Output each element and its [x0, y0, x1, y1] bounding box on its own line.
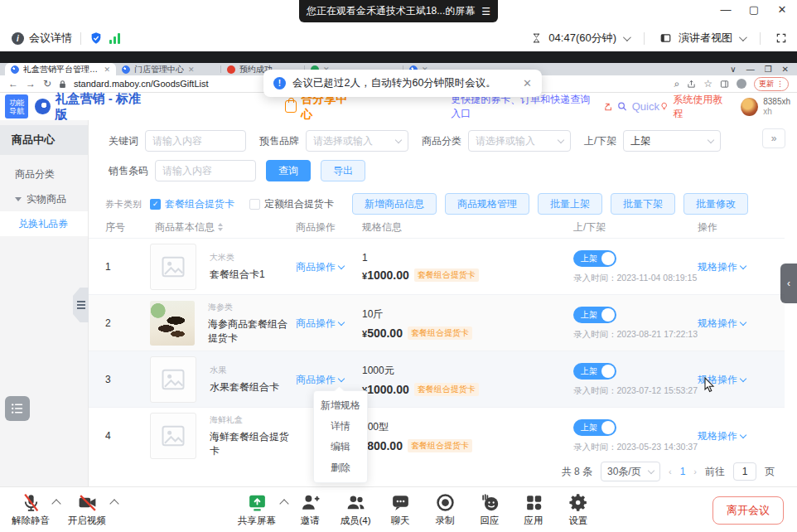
more-menu-icon[interactable]: ⋮ [776, 80, 784, 88]
shelf-toggle[interactable]: 上架 [573, 419, 616, 436]
price: 1000.00 [367, 383, 409, 396]
reload-icon[interactable]: ↻ [43, 78, 51, 89]
product-category: 海鲜礼盒 [210, 414, 296, 426]
view-dropdown-icon[interactable] [739, 33, 747, 41]
close-button[interactable]: ✕ [774, 3, 790, 16]
prev-page-button[interactable]: ‹ [669, 467, 672, 476]
record-button[interactable]: 录制 [421, 492, 469, 527]
browser-profile-avatar[interactable] [737, 79, 746, 89]
mouse-cursor [704, 377, 715, 395]
export-button[interactable]: 导出 [321, 160, 365, 181]
goto-page-input[interactable] [733, 462, 756, 481]
side-panel-handle[interactable]: ‹ [780, 264, 797, 303]
spec-action-dropdown[interactable]: 规格操作 [698, 317, 746, 331]
chat-button[interactable]: 聊天 [376, 492, 424, 527]
search-button[interactable]: 查询 [266, 160, 311, 181]
entry-time: 2023-08-21 17:22:13 [617, 329, 698, 339]
url-text[interactable]: standard.maboy.cn/GoodsGiftList [74, 79, 208, 89]
add-goods-button[interactable]: 新增商品信息 [352, 193, 437, 215]
unmute-button[interactable]: 解除静音 [7, 492, 55, 527]
current-page[interactable]: 1 [680, 466, 686, 477]
sort-icon[interactable] [218, 223, 223, 231]
shelf-toggle[interactable]: 上架 [573, 363, 616, 380]
minimize-button[interactable]: — [717, 3, 734, 16]
bulk-edit-button[interactable]: 批量修改 [683, 193, 748, 215]
sidebar-section-goods-center[interactable]: 商品中心 [0, 125, 88, 155]
view-layout-icon [659, 32, 672, 44]
members-button[interactable]: 成员(4) [331, 492, 379, 527]
browser-menu-chevron-icon[interactable]: ∨ [730, 65, 736, 74]
filter-collapse-button[interactable]: » [762, 128, 785, 148]
menu-item-add-spec[interactable]: 新增规格 [314, 395, 367, 416]
bulk-off-shelf-button[interactable]: 批量下架 [611, 193, 675, 215]
row-index: 2 [89, 317, 138, 329]
browser-tab-2[interactable]: 门店管理中心 ✕ [116, 63, 220, 75]
brand-select[interactable]: 请选择或输入 [306, 130, 408, 152]
invite-button[interactable]: 邀请 [286, 492, 334, 527]
lock-icon[interactable] [59, 80, 66, 89]
checkbox-fixed-card[interactable]: 定额组合提货卡 [249, 197, 334, 211]
keyword-input[interactable] [145, 130, 246, 152]
menu-item-edit[interactable]: 编辑 [314, 437, 367, 457]
product-action-dropdown[interactable]: 商品操作 [296, 317, 344, 331]
meeting-detail-button[interactable]: i 会议详情 [0, 31, 72, 46]
bulk-on-shelf-button[interactable]: 批量上架 [538, 193, 602, 215]
spec-action-dropdown[interactable]: 规格操作 [698, 429, 746, 443]
sidebar-item-gift-voucher[interactable]: 兑换礼品券 [0, 211, 88, 236]
maximize-button[interactable]: ▢ [746, 3, 762, 16]
next-page-button[interactable]: › [693, 467, 697, 476]
quick-search-icon[interactable] [617, 101, 627, 112]
chevron-down-icon [740, 431, 746, 438]
browser-close-button[interactable]: ✕ [782, 65, 789, 74]
tab-close-icon[interactable]: ✕ [188, 65, 195, 74]
settings-button[interactable]: 设置 [554, 492, 602, 527]
leave-meeting-button[interactable]: 离开会议 [712, 496, 784, 525]
floating-list-button[interactable] [5, 396, 30, 421]
video-options-chevron[interactable] [109, 499, 118, 508]
browser-tab-1[interactable]: 礼盒营销平台管理中心 ✕ [5, 63, 116, 75]
forward-icon[interactable]: → [26, 78, 36, 89]
row-index: 4 [89, 430, 138, 442]
reactions-button[interactable]: 回应 [466, 492, 514, 527]
fullscreen-icon[interactable] [775, 32, 787, 44]
spec-manage-button[interactable]: 商品规格管理 [445, 193, 529, 215]
shelf-toggle[interactable]: 上架 [573, 250, 616, 267]
page-size-select[interactable]: 30条/页 [601, 462, 660, 481]
product-action-dropdown-open[interactable]: 商品操作 [296, 373, 344, 387]
menu-item-delete[interactable]: 删除 [314, 457, 367, 478]
menu-item-detail[interactable]: 详情 [314, 416, 367, 437]
site-header: 功能 导航 礼盒营销 - 标准版 合分享中心 更快捷的券卡、订单和快递查询入口 … [0, 93, 797, 121]
apps-button[interactable]: 应用 [510, 492, 558, 527]
toast-close-icon[interactable]: ✕ [523, 77, 532, 89]
nav-toggle-button[interactable]: 功能 导航 [5, 94, 28, 118]
quick-link[interactable]: Quick [632, 100, 659, 113]
view-mode-button[interactable]: 演讲者视图 [679, 31, 732, 46]
browser-restore-button[interactable]: ❐ [765, 65, 772, 74]
shelf-select[interactable]: 上架 [623, 130, 721, 152]
shelf-toggle[interactable]: 上架 [573, 307, 616, 323]
banner-menu-icon[interactable]: ☰ [481, 6, 490, 17]
user-avatar[interactable] [741, 98, 758, 116]
sidebar-item-physical-goods[interactable]: 实物商品 [0, 186, 88, 211]
share-screen-button[interactable]: 共享屏幕 [233, 492, 281, 527]
product-action-dropdown[interactable]: 商品操作 [296, 260, 344, 274]
category-select[interactable]: 请选择或输入 [468, 130, 571, 152]
back-icon[interactable]: ← [8, 78, 18, 89]
tab-close-icon[interactable]: ✕ [104, 65, 110, 74]
zoom-page-icon[interactable]: ⌕ [674, 78, 680, 89]
side-panel-icon[interactable] [720, 80, 729, 89]
share-page-icon[interactable] [687, 80, 696, 89]
network-signal-icon[interactable] [109, 33, 120, 44]
browser-update-button[interactable]: 更新 ⋮ [754, 77, 789, 91]
start-video-button[interactable]: 开启视频 [63, 492, 111, 527]
watching-banner[interactable]: 您正在观看金禾通技术王斌18...的屏幕 ☰ [299, 0, 498, 22]
timer-dropdown-icon[interactable] [623, 33, 631, 41]
barcode-input[interactable] [155, 160, 256, 181]
tutorial-link[interactable]: 系统使用教程 [659, 93, 729, 121]
bookmark-star-icon[interactable]: ☆ [703, 78, 712, 89]
spec-action-dropdown[interactable]: 规格操作 [698, 260, 746, 274]
checkbox-package-card[interactable]: ✓ 套餐组合提货卡 [150, 197, 234, 211]
security-shield-icon[interactable] [89, 31, 103, 45]
browser-minimize-button[interactable]: — [746, 65, 755, 74]
sidebar-item-goods-category[interactable]: 商品分类 [0, 162, 88, 186]
